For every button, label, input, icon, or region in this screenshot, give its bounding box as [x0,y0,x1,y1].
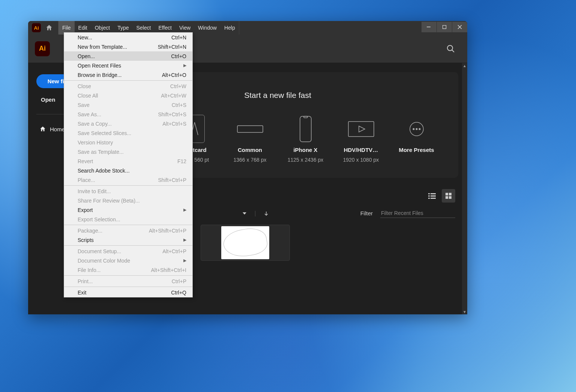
menu-separator [64,287,192,287]
svg-point-2 [447,45,453,51]
minimize-button[interactable] [422,22,436,32]
preset-dim: 1920 x 1080 px [343,157,379,163]
menu-help[interactable]: Help [220,21,239,35]
menu-item-label: Version History [78,140,113,146]
svg-line-3 [452,50,454,52]
menu-item-file-info: File Info...Alt+Shift+Ctrl+I [64,265,192,275]
svg-rect-0 [427,27,430,27]
home-icon[interactable] [44,23,54,33]
preset-iphone[interactable]: iPhone X 1125 x 2436 px [287,115,324,163]
menu-shortcut: Ctrl+N [171,35,186,41]
preset-more[interactable]: More Presets [398,115,435,163]
scrollbar[interactable]: ▲ ▼ [462,63,467,314]
close-button[interactable] [452,22,467,32]
menu-item-export-selection: Export Selection... [64,215,192,224]
preset-label: Common [238,147,262,153]
menu-item-label: Invite to Edit... [78,188,111,194]
menu-shortcut: Ctrl+S [172,102,186,108]
menu-item-label: Revert [78,158,93,164]
preset-label: iPhone X [293,147,317,153]
search-icon[interactable] [446,44,455,53]
menu-item-label: Browse in Bridge... [78,72,122,78]
svg-rect-18 [446,193,448,195]
recent-file-thumb[interactable] [201,225,290,261]
preset-common[interactable]: Common 1366 x 768 px [231,115,269,163]
preset-hdtv[interactable]: HDV/HDTV… 1920 x 1080 px [342,115,380,163]
menu-item-label: Document Color Mode [78,258,130,264]
menu-window[interactable]: Window [194,21,220,35]
menu-item-new[interactable]: New...Ctrl+N [64,33,192,42]
menu-item-place: Place...Shift+Ctrl+P [64,175,192,185]
menu-item-label: Document Setup... [78,248,121,254]
scroll-down-icon[interactable]: ▼ [462,309,467,314]
chevron-down-icon[interactable] [242,211,247,216]
menu-item-save-selected-slices: Save Selected Slices... [64,128,192,138]
menu-item-scripts[interactable]: Scripts▶ [64,235,192,245]
menu-item-label: Save a Copy... [78,121,112,127]
svg-rect-5 [300,116,311,142]
menu-shortcut: Alt+Ctrl+O [162,72,186,78]
menu-item-label: Save as Template... [78,149,124,155]
menu-separator [64,80,192,81]
menu-shortcut: Alt+Ctrl+W [161,93,186,99]
menu-item-label: Export [78,207,93,213]
menu-item-save-as-template: Save as Template... [64,147,192,156]
menu-separator [64,245,192,246]
svg-point-9 [413,128,414,130]
svg-point-11 [419,128,420,130]
menu-item-label: Export Selection... [78,216,120,222]
menu-item-document-setup: Document Setup...Alt+Ctrl+P [64,246,192,256]
menu-item-browse-in-bridge[interactable]: Browse in Bridge...Alt+Ctrl+O [64,70,192,80]
menu-item-label: Save Selected Slices... [78,130,131,136]
menu-separator [64,225,192,225]
svg-rect-13 [430,193,436,194]
menu-item-search-adobe-stock[interactable]: Search Adobe Stock... [64,166,192,175]
more-icon [402,115,430,143]
sort-direction-icon[interactable] [264,211,269,216]
menu-item-export[interactable]: Export▶ [64,205,192,215]
menu-item-share-for-review-beta: Share For Review (Beta)... [64,196,192,205]
menu-shortcut: Alt+Ctrl+S [162,121,186,127]
svg-rect-4 [237,126,263,132]
menu-shortcut: F12 [177,158,186,164]
grid-view-button[interactable] [442,189,455,203]
menu-item-new-from-template[interactable]: New from Template...Shift+Ctrl+N [64,42,192,51]
svg-rect-1 [442,25,446,29]
view-toggle [425,189,455,203]
screen-icon [236,115,264,143]
submenu-arrow-icon: ▶ [183,207,186,212]
menu-item-close: CloseCtrl+W [64,81,192,91]
app-badge: Ai [35,41,50,56]
scroll-up-icon[interactable]: ▲ [462,63,467,68]
menu-item-open[interactable]: Open...Ctrl+O [64,51,192,61]
preset-label: More Presets [399,147,434,153]
maximize-button[interactable] [437,22,452,32]
menu-item-label: File Info... [78,267,100,273]
menu-shortcut: Ctrl+W [170,83,186,89]
list-view-button[interactable] [425,189,439,203]
menu-item-label: Save As... [78,111,101,117]
filter-input[interactable] [380,209,455,218]
svg-rect-6 [304,116,308,118]
menu-item-print: Print...Ctrl+P [64,276,192,286]
menu-item-open-recent-files[interactable]: Open Recent Files▶ [64,61,192,70]
menu-item-invite-to-edit: Invite to Edit... [64,186,192,196]
sidebar-home-label: Home [50,126,65,132]
menu-shortcut: Shift+Ctrl+N [158,44,186,50]
preset-label: HDV/HDTV… [344,147,378,153]
submenu-arrow-icon: ▶ [183,63,186,68]
menu-item-document-color-mode: Document Color Mode▶ [64,256,192,265]
menu-item-version-history: Version History [64,138,192,147]
filter-label: Filter [360,210,373,216]
menu-shortcut: Ctrl+P [172,278,186,284]
menu-item-label: Scripts [78,237,94,243]
menu-item-label: Share For Review (Beta)... [78,198,140,204]
menu-item-close-all: Close AllAlt+Ctrl+W [64,91,192,100]
svg-rect-17 [430,198,436,199]
submenu-arrow-icon: ▶ [183,237,186,242]
svg-rect-14 [428,195,430,197]
menu-item-exit[interactable]: ExitCtrl+Q [64,288,192,297]
menu-shortcut: Alt+Shift+Ctrl+P [149,228,186,234]
menu-shortcut: Alt+Shift+Ctrl+I [151,267,186,273]
svg-rect-21 [449,196,452,199]
